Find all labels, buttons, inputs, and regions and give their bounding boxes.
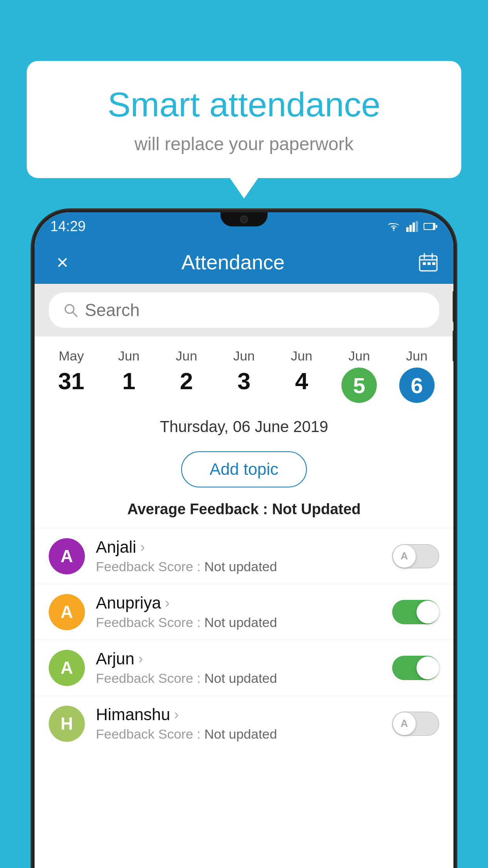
date-item-2[interactable]: Jun2 (158, 348, 215, 395)
feedback-score: Feedback Score : Not updated (96, 671, 381, 686)
add-topic-button[interactable]: Add topic (181, 451, 306, 487)
search-input[interactable] (85, 300, 425, 320)
date-month: Jun (118, 348, 139, 364)
date-month: Jun (233, 348, 255, 364)
date-month: Jun (176, 348, 197, 364)
feedback-score: Feedback Score : Not updated (96, 615, 381, 630)
volume-down-button[interactable] (453, 330, 453, 362)
attendance-toggle[interactable]: P (392, 600, 439, 624)
student-info: Himanshu ›Feedback Score : Not updated (96, 705, 381, 742)
search-bar[interactable] (49, 292, 439, 328)
student-info: Arjun ›Feedback Score : Not updated (96, 649, 381, 686)
chevron-right-icon: › (140, 539, 145, 555)
date-item-3[interactable]: Jun3 (215, 348, 273, 395)
student-item: HHimanshu ›Feedback Score : Not updatedA (35, 695, 453, 751)
toggle-knob: A (393, 712, 416, 735)
student-name[interactable]: Himanshu › (96, 705, 381, 724)
feedback-score: Feedback Score : Not updated (96, 559, 381, 574)
student-list: AAnjali ›Feedback Score : Not updatedAAA… (35, 528, 453, 751)
date-month: Jun (406, 348, 427, 364)
student-item: AAnupriya ›Feedback Score : Not updatedP (35, 584, 453, 640)
selected-date-label: Thursday, 06 June 2019 (35, 411, 453, 440)
date-day: 4 (295, 368, 308, 395)
toggle-knob: P (416, 601, 439, 623)
battery-icon (424, 222, 438, 231)
date-day: 31 (58, 368, 84, 395)
student-name[interactable]: Arjun › (96, 649, 381, 668)
date-picker: May31Jun1Jun2Jun3Jun4Jun5Jun6 (35, 337, 453, 411)
avatar: A (49, 594, 85, 630)
status-time: 14:29 (50, 218, 86, 235)
student-item: AAnjali ›Feedback Score : Not updatedA (35, 528, 453, 584)
subtext: will replace your paperwork (58, 133, 430, 154)
svg-rect-6 (436, 225, 437, 228)
avatar: A (49, 538, 85, 574)
toggle-knob: P (416, 657, 439, 679)
notch (220, 212, 268, 226)
svg-line-15 (73, 312, 77, 316)
app-title: Attendance (49, 250, 417, 274)
avatar: H (49, 706, 85, 742)
attendance-toggle[interactable]: A (392, 544, 439, 568)
feedback-score: Feedback Score : Not updated (96, 726, 381, 742)
svg-rect-0 (406, 227, 409, 232)
avg-feedback-value: Not Updated (272, 501, 361, 517)
headline: Smart attendance (58, 85, 430, 125)
date-day: 3 (237, 368, 250, 395)
chevron-right-icon: › (138, 651, 143, 667)
status-bar: 14:29 (35, 212, 453, 241)
attendance-toggle[interactable]: P (392, 656, 439, 680)
date-day: 1 (122, 368, 135, 395)
date-day: 5 (353, 373, 365, 398)
calendar-icon[interactable] (417, 251, 439, 273)
attendance-toggle[interactable]: A (392, 712, 439, 736)
avg-feedback-label: Average Feedback : (127, 501, 272, 517)
notch-camera (240, 215, 248, 223)
date-month: Jun (349, 348, 370, 364)
avatar: A (49, 650, 85, 686)
student-name[interactable]: Anupriya › (96, 594, 381, 612)
avg-feedback: Average Feedback : Not Updated (35, 497, 453, 528)
svg-rect-1 (409, 225, 412, 232)
chevron-right-icon: › (174, 706, 179, 723)
svg-rect-5 (424, 224, 433, 229)
svg-rect-12 (427, 262, 431, 265)
student-info: Anupriya ›Feedback Score : Not updated (96, 594, 381, 630)
phone-frame: 14:29 (35, 212, 453, 868)
wifi-icon (387, 221, 401, 232)
date-item-4[interactable]: Jun4 (273, 348, 330, 395)
date-item-1[interactable]: Jun1 (100, 348, 158, 395)
date-item-31[interactable]: May31 (42, 348, 100, 395)
date-month: May (59, 348, 84, 364)
speech-bubble-container: Smart attendance will replace your paper… (27, 61, 461, 178)
date-day: 6 (411, 373, 423, 398)
chevron-right-icon: › (165, 595, 170, 611)
toggle-knob: A (393, 545, 416, 568)
search-icon (63, 302, 79, 318)
speech-bubble: Smart attendance will replace your paper… (27, 61, 461, 178)
svg-rect-3 (416, 221, 418, 232)
search-container (35, 284, 453, 337)
svg-rect-13 (432, 262, 435, 265)
signal-icon (406, 221, 418, 232)
svg-rect-11 (423, 262, 426, 265)
student-item: AArjun ›Feedback Score : Not updatedP (35, 640, 453, 695)
date-item-6[interactable]: Jun6 (388, 348, 446, 403)
volume-up-button[interactable] (453, 291, 453, 322)
date-month: Jun (291, 348, 312, 364)
date-circle: 6 (399, 368, 435, 403)
status-icons (387, 221, 438, 232)
student-name[interactable]: Anjali › (96, 538, 381, 557)
phone-screen: 14:29 (35, 212, 453, 868)
date-item-5[interactable]: Jun5 (330, 348, 388, 403)
student-info: Anjali ›Feedback Score : Not updated (96, 538, 381, 574)
date-circle: 5 (341, 368, 377, 403)
app-bar: × Attendance (35, 241, 453, 284)
date-day: 2 (180, 368, 193, 395)
svg-rect-2 (413, 223, 415, 232)
